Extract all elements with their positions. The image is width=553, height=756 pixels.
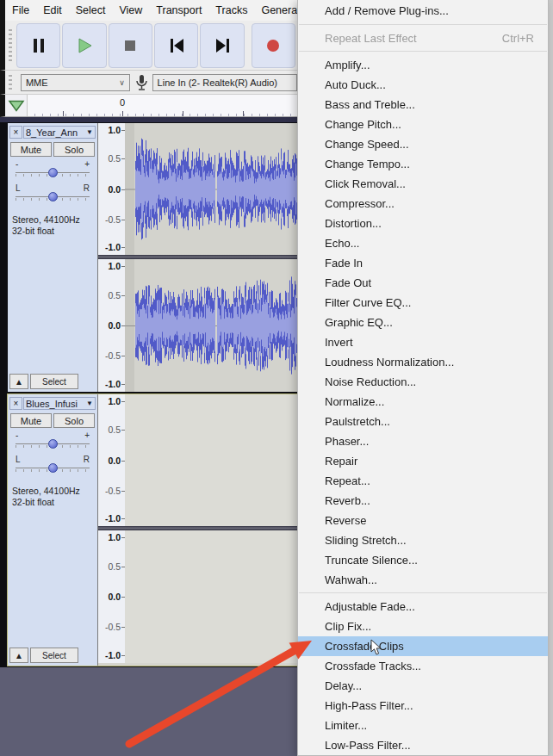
collapse-track-button[interactable]: ▲: [9, 374, 28, 389]
menu-item-bass-and-treble[interactable]: Bass and Treble...: [298, 95, 548, 115]
track-title-dropdown[interactable]: 8_Year_Ann ▼: [23, 126, 96, 139]
mute-button[interactable]: Mute: [10, 413, 52, 428]
ruler-label: 0.0: [108, 184, 121, 195]
toolbar-grip[interactable]: [9, 29, 12, 61]
menu-item-label: Bass and Treble...: [325, 95, 534, 115]
menu-item-shortcut: Ctrl+R: [502, 28, 534, 48]
timeline-options-button[interactable]: [5, 95, 28, 116]
menu-item-repair[interactable]: Repair: [298, 451, 548, 471]
ruler-label: -0.5: [105, 350, 121, 361]
menu-item-phaser[interactable]: Phaser...: [298, 431, 548, 451]
pause-button[interactable]: [16, 23, 60, 68]
menu-item-reverb[interactable]: Reverb...: [298, 491, 548, 511]
ruler-label: -0.5: [105, 622, 121, 632]
gain-slider-thumb[interactable]: [48, 439, 58, 449]
menu-item-label: Change Pitch...: [325, 115, 534, 134]
recording-device-dropdown[interactable]: Line In (2- Realtek(R) Audio): [152, 74, 297, 91]
menu-item-change-pitch[interactable]: Change Pitch...: [298, 115, 548, 134]
menu-item-amplify[interactable]: Amplify...: [298, 55, 548, 75]
close-track-button[interactable]: ×: [9, 397, 22, 410]
waveform-canvas[interactable]: [125, 394, 297, 526]
select-button[interactable]: Select: [30, 648, 78, 663]
audio-host-dropdown[interactable]: MME ∨: [21, 74, 130, 91]
menu-item-label: Distortion...: [325, 214, 534, 233]
menu-item-label: Auto Duck...: [325, 75, 534, 95]
pan-slider-thumb[interactable]: [48, 463, 58, 473]
menu-bar-item-select[interactable]: Select: [69, 4, 113, 16]
menu-item-delay[interactable]: Delay...: [298, 676, 548, 696]
menu-item-add-remove-plug-ins[interactable]: Add / Remove Plug-ins...: [298, 1, 548, 22]
timeline-ruler[interactable]: 0: [0, 95, 297, 117]
menu-bar-item-file[interactable]: File: [5, 4, 36, 16]
record-button[interactable]: [252, 23, 295, 68]
menu-item-fade-out[interactable]: Fade Out: [298, 273, 548, 293]
ruler-label: 0.0: [108, 455, 121, 466]
menu-item-noise-reduction[interactable]: Noise Reduction...: [298, 372, 548, 392]
menu-bar-item-transport[interactable]: Transport: [149, 4, 208, 16]
menu-item-repeat-last-effect[interactable]: Repeat Last EffectCtrl+R: [298, 28, 548, 48]
gain-slider[interactable]: - +: [16, 431, 90, 452]
menu-bar-item-edit[interactable]: Edit: [36, 4, 69, 16]
solo-button[interactable]: Solo: [53, 413, 95, 428]
menu-item-reverse[interactable]: Reverse: [298, 511, 548, 530]
menu-item-loudness-normalization[interactable]: Loudness Normalization...: [298, 352, 548, 372]
menu-item-limiter[interactable]: Limiter...: [298, 716, 548, 735]
toolbar-grip[interactable]: [9, 75, 12, 89]
menu-item-clip-fix[interactable]: Clip Fix...: [298, 617, 548, 636]
gain-slider-thumb[interactable]: [48, 168, 58, 177]
ruler-label: 0.5: [108, 153, 121, 164]
menu-item-label: High-Pass Filter...: [325, 696, 534, 716]
menu-item-change-speed[interactable]: Change Speed...: [298, 134, 548, 154]
waveform-canvas[interactable]: [125, 530, 297, 663]
solo-button[interactable]: Solo: [53, 142, 95, 157]
close-track-button[interactable]: ×: [9, 126, 22, 139]
menu-item-crossfade-clips[interactable]: Crossfade Clips: [298, 636, 548, 656]
menu-item-graphic-eq[interactable]: Graphic EQ...: [298, 313, 548, 332]
pan-slider[interactable]: L R: [16, 183, 90, 205]
collapse-track-button[interactable]: ▲: [9, 648, 28, 663]
gain-slider[interactable]: - +: [16, 159, 90, 181]
menu-item-normalize[interactable]: Normalize...: [298, 392, 548, 412]
menu-item-change-tempo[interactable]: Change Tempo...: [298, 154, 548, 174]
menu-item-adjustable-fade[interactable]: Adjustable Fade...: [298, 597, 548, 617]
menu-item-label: Invert: [325, 332, 534, 352]
track-title-dropdown[interactable]: Blues_Infusi ▼: [23, 397, 96, 410]
menu-item-truncate-silence[interactable]: Truncate Silence...: [298, 550, 548, 570]
menu-item-repeat[interactable]: Repeat...: [298, 471, 548, 491]
menu-item-click-removal[interactable]: Click Removal...: [298, 174, 548, 194]
waveform-canvas[interactable]: [125, 123, 297, 255]
menu-item-auto-duck[interactable]: Auto Duck...: [298, 75, 548, 95]
select-button[interactable]: Select: [30, 374, 78, 389]
menu-item-crossfade-tracks[interactable]: Crossfade Tracks...: [298, 656, 548, 676]
ruler-label: 1.0: [108, 125, 121, 135]
stop-button[interactable]: [109, 23, 152, 68]
menu-item-paulstretch[interactable]: Paulstretch...: [298, 412, 548, 431]
menu-item-echo[interactable]: Echo...: [298, 233, 548, 253]
menu-item-low-pass-filter[interactable]: Low-Pass Filter...: [298, 735, 548, 755]
menu-item-compressor[interactable]: Compressor...: [298, 194, 548, 214]
menu-item-distortion[interactable]: Distortion...: [298, 214, 548, 233]
menu-item-filter-curve-eq[interactable]: Filter Curve EQ...: [298, 293, 548, 313]
menu-item-label: Wahwah...: [325, 570, 534, 590]
menu-item-high-pass-filter[interactable]: High-Pass Filter...: [298, 696, 548, 716]
skip-to-start-button[interactable]: [154, 23, 198, 68]
play-button[interactable]: [62, 23, 106, 68]
track-format-info: Stereo, 44100Hz: [12, 486, 93, 497]
skip-to-end-button[interactable]: [200, 23, 244, 68]
menu-item-wahwah[interactable]: Wahwah...: [298, 570, 548, 590]
menu-item-sliding-stretch[interactable]: Sliding Stretch...: [298, 530, 548, 550]
timeline-tick: [63, 111, 64, 116]
menu-item-invert[interactable]: Invert: [298, 332, 548, 352]
mute-button[interactable]: Mute: [10, 142, 52, 157]
timeline-tick: [122, 111, 123, 116]
vertical-ruler: 1.00.50.0-0.5-1.0: [98, 259, 125, 392]
pan-slider[interactable]: L R: [16, 455, 90, 476]
menu-bar-item-tracks[interactable]: Tracks: [208, 4, 254, 16]
menu-item-label: Change Tempo...: [325, 154, 534, 174]
waveform-canvas[interactable]: [125, 259, 297, 392]
timeline-scale[interactable]: [28, 95, 297, 116]
transport-toolbar: [0, 21, 297, 71]
menu-bar-item-view[interactable]: View: [112, 4, 149, 16]
menu-item-fade-in[interactable]: Fade In: [298, 253, 548, 273]
pan-slider-thumb[interactable]: [48, 192, 58, 201]
